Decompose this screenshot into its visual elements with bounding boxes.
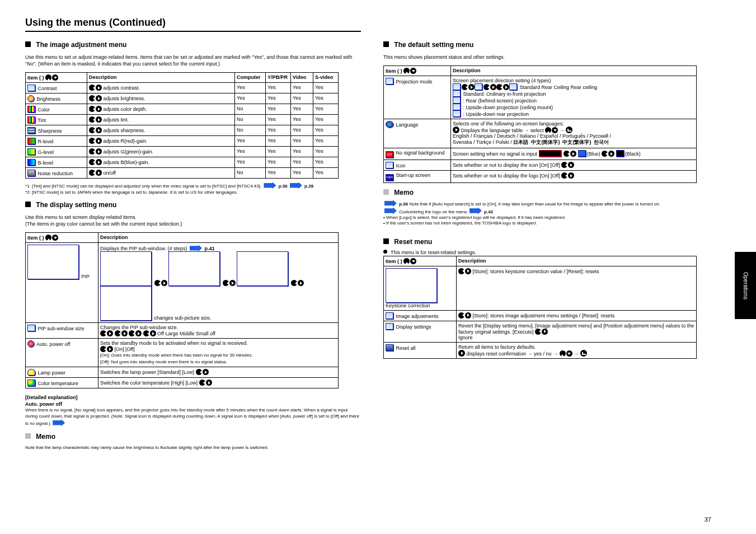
rear-icon xyxy=(475,83,482,90)
section-display-set: The display setting menu xyxy=(25,201,361,209)
table-row: Tint adjusts tint.NoYesYesYes xyxy=(26,115,339,125)
square-bullet-gray-icon xyxy=(383,189,389,195)
reset-table: Item ( ) Description Keystone correction… xyxy=(383,256,697,359)
display-settings-icon xyxy=(386,323,393,330)
image-adj-icon xyxy=(386,312,393,319)
right-arrow-icon xyxy=(453,127,459,133)
pip-middle-icon xyxy=(168,251,220,286)
square-bullet-gray-icon xyxy=(25,433,31,439)
dot-bullet-icon xyxy=(383,250,387,254)
table-row: Language Selects one of the following on… xyxy=(384,119,697,148)
image-adj-intro: Use this menu to set or adjust image-rel… xyxy=(25,54,361,67)
table-row: Image adjustments [Store]: stores image … xyxy=(384,310,697,321)
color-temp-icon xyxy=(27,380,35,386)
image-adj-table: Item ( ) Description Computer Y/PB/PR Vi… xyxy=(25,72,339,179)
page-ref-arrow-icon xyxy=(53,419,65,426)
header-title-left: Using the menus (Continued) xyxy=(25,17,361,29)
page-ref-arrow-icon xyxy=(290,182,302,189)
standard-icon xyxy=(453,83,461,90)
table-row: Display settingsRevert the [Display sett… xyxy=(384,321,697,342)
table-row: IconSets whether or not to display the i… xyxy=(384,160,697,171)
section-reset: Reset menu xyxy=(383,238,719,246)
pip-icon xyxy=(27,245,79,279)
color-icon xyxy=(27,106,35,113)
enter-icon xyxy=(580,350,587,357)
trash-icon xyxy=(386,344,393,351)
rear-ceiling-icon xyxy=(453,110,461,117)
toshiba-logo-icon xyxy=(539,150,561,157)
memo-right-text: p.36 Note that if [Auto input search] is… xyxy=(383,200,719,227)
b-level-icon xyxy=(27,159,35,166)
page-ref-arrow-icon xyxy=(384,208,397,214)
table-row: Keystone correction [Store]: stores keys… xyxy=(384,266,697,310)
enter-icon xyxy=(566,127,572,133)
ceiling-icon xyxy=(453,104,461,110)
table-row: Color temperatureSwitches the color temp… xyxy=(26,378,339,388)
reset-intro: This menu is for reset-related settings. xyxy=(383,249,719,256)
power-icon xyxy=(27,340,34,347)
g-level-icon xyxy=(27,148,35,155)
page-ref-arrow-icon xyxy=(190,245,202,251)
contrast-icon xyxy=(27,85,35,91)
apo-detail-label: Auto. power off xyxy=(25,401,361,407)
blue-swatch-icon xyxy=(578,150,586,157)
table-row: B-level adjusts B(blue)-gain.YesYesYesYe… xyxy=(26,157,339,168)
table-row: Reset allReturn all items to factory def… xyxy=(384,342,697,358)
icon-setting-icon xyxy=(386,162,393,168)
pip-small-icon xyxy=(237,251,288,286)
default-set-intro: This menu shows placement status and oth… xyxy=(383,54,719,60)
sharpness-icon xyxy=(27,127,35,134)
table-row: Sharpness adjusts sharpness.NoYesYesYes xyxy=(26,125,339,136)
up-down-icon xyxy=(45,74,58,81)
off-icon: OFF xyxy=(386,151,393,158)
ceiling-icon xyxy=(509,83,517,90)
table-row: Color adjusts color depth.NoYesYesYes xyxy=(26,104,339,115)
table-row: Auto. power off Sets the standby mode to… xyxy=(26,339,339,367)
memo-heading: Memo xyxy=(25,433,361,441)
memo-text: Note that the lamp characteristic may ra… xyxy=(25,445,361,451)
square-bullet-icon xyxy=(25,202,31,207)
page-ref-arrow-icon xyxy=(469,208,482,214)
table-row: PIP sub-window size Changes the PIP sub-… xyxy=(26,323,339,339)
section-image-adj: The image adjustment menu xyxy=(25,41,361,49)
pip-large-icon xyxy=(100,251,152,286)
table-row: Contrast adjusts contrast.YesYesYesYes xyxy=(26,83,339,93)
detail-heading: [Detailed explanation] xyxy=(25,394,361,401)
pip-size-icon xyxy=(27,325,35,331)
page-header-left: Using the menus (Continued) xyxy=(25,17,361,32)
table-row: G-level adjusts G(green)-gain.YesYesYesY… xyxy=(26,147,339,157)
table-row: START Start-up screenSets whether or not… xyxy=(384,171,697,183)
pip-off-icon xyxy=(100,286,152,321)
r-level-icon xyxy=(27,138,35,144)
brightness-icon xyxy=(27,95,34,102)
display-set-intro: Use this menu to set screen display-rela… xyxy=(25,214,361,227)
start-icon: START xyxy=(386,174,393,181)
square-bullet-icon xyxy=(383,41,389,47)
square-bullet-icon xyxy=(383,238,389,244)
table-row: Noise reduction on/offNoYesYesYes xyxy=(26,168,339,179)
section-default-set: The default setting menu xyxy=(383,41,719,49)
left-column: Using the menus (Continued) The image ad… xyxy=(25,17,361,455)
lamp-icon xyxy=(27,369,35,376)
square-bullet-icon xyxy=(25,41,31,47)
projection-icon xyxy=(386,78,393,85)
table-row: Lamp powerSwitches the lamp power [Stand… xyxy=(26,367,339,378)
table-row: Brightness adjusts brightness.YesYesYesY… xyxy=(26,93,339,104)
tint-icon xyxy=(27,116,35,123)
table-row: PIP Displays the PIP sub-window. (4 step… xyxy=(26,243,339,323)
page-number: 37 xyxy=(705,516,711,523)
side-tab: Operations xyxy=(735,252,756,319)
black-swatch-icon xyxy=(616,150,624,157)
table-row: OFF No signal background Screen setting … xyxy=(384,148,697,160)
memo-heading-r: Memo xyxy=(383,189,719,196)
right-arrow-icon xyxy=(458,350,465,357)
noise-reduction-icon xyxy=(27,170,35,176)
default-set-table: Item ( ) Description Projection mode Scr… xyxy=(383,65,697,183)
standard-icon xyxy=(453,90,461,97)
rear-icon xyxy=(453,97,461,104)
page-ref-arrow-icon xyxy=(264,182,276,189)
page-ref-arrow-icon xyxy=(384,200,397,207)
keystone-icon xyxy=(386,268,437,303)
globe-icon xyxy=(386,121,393,128)
right-column: Using the menus (Continued) The default … xyxy=(383,17,719,455)
